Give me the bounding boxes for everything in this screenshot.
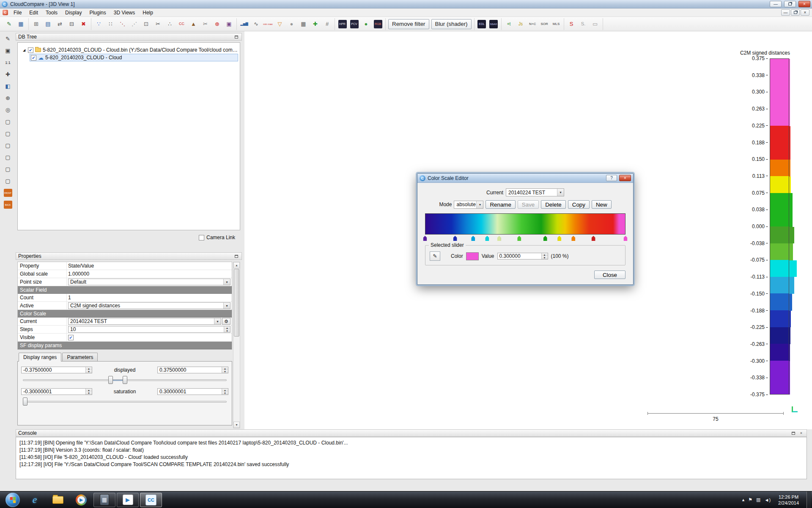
display-min-handle[interactable] <box>108 376 113 384</box>
current-scale-select[interactable]: 20140224 TEST ▾ <box>506 188 564 196</box>
merge-icon[interactable]: ▤ <box>42 19 54 30</box>
cloud-cloud-compare-icon[interactable]: CC <box>176 19 187 30</box>
menu-file[interactable]: File <box>10 9 25 17</box>
sf-add-icon[interactable]: ✚ <box>310 19 321 30</box>
dialog-title-bar[interactable]: C Color Scale Editor ? × <box>417 174 633 183</box>
pcv-plugin-icon[interactable]: PCV <box>348 19 360 30</box>
taskbar-wmp-button[interactable]: ▶ <box>70 493 92 507</box>
tab-display-ranges[interactable]: Display ranges <box>19 353 61 362</box>
spinner-arrows[interactable]: ▲▼ <box>222 389 228 395</box>
spinner-arrows[interactable]: ▲▼ <box>541 253 548 259</box>
ssao-plugin-icon[interactable]: SSAO <box>488 19 499 30</box>
dialog-help-button[interactable]: ? <box>606 175 617 181</box>
plugin-nc-icon[interactable]: N+C <box>527 19 538 30</box>
gradient-slider-handle[interactable] <box>592 236 595 241</box>
mdi-close-button[interactable]: × <box>801 9 809 16</box>
visible-checkbox[interactable] <box>68 335 74 340</box>
normals-icon[interactable]: ⋰ <box>129 19 140 30</box>
new-button[interactable]: New <box>592 200 612 209</box>
octree-icon[interactable]: ∷ <box>105 19 116 30</box>
plugin-sor-icon[interactable]: SOR <box>539 19 550 30</box>
selected-color-swatch[interactable] <box>466 252 479 260</box>
primitive-cone-icon[interactable]: ▲ <box>188 19 199 30</box>
point-size-combo[interactable]: Default ▾ <box>68 279 230 285</box>
sf-matrix-icon[interactable]: ▦ <box>298 19 309 30</box>
gradient-slider-handle[interactable] <box>517 236 521 241</box>
spin-up-icon[interactable]: ▲ <box>541 253 548 256</box>
db-tree-float-button[interactable] <box>233 34 239 40</box>
pivot-icon[interactable]: ⊕ <box>3 93 14 103</box>
edl-plugin-icon[interactable]: EDL <box>476 19 488 30</box>
menu-plugins[interactable]: Plugins <box>85 9 110 17</box>
render-to-file-icon[interactable]: ▣ <box>3 46 14 55</box>
gradient-bar[interactable] <box>425 213 625 235</box>
menu-help[interactable]: Help <box>139 9 157 17</box>
spin-down-icon[interactable]: ▼ <box>85 370 92 373</box>
view-left-icon[interactable]: ▢ <box>3 141 14 150</box>
gradient-slider-handle[interactable] <box>624 236 628 241</box>
properties-scrollbar[interactable]: ▲ ▼ <box>233 262 240 428</box>
copy-button[interactable]: Copy <box>568 200 590 209</box>
spinner-arrows[interactable]: ▲▼ <box>224 326 230 332</box>
taskbar-calculator-button[interactable]: ▦ <box>93 493 115 507</box>
sf-histogram-icon[interactable]: ▂▅▇ <box>239 19 250 30</box>
view-top-icon[interactable]: ▢ <box>3 117 14 127</box>
menu-edit[interactable]: Edit <box>25 9 42 17</box>
pick-point-icon[interactable]: ✎ <box>3 34 14 44</box>
display-range-slider[interactable] <box>22 376 228 384</box>
cross-section-icon[interactable]: ✂ <box>152 19 164 30</box>
tray-network-icon[interactable]: ▥ <box>756 497 760 502</box>
zoom-icon[interactable]: ◎ <box>3 105 14 115</box>
clipping-box-icon[interactable]: ⊡ <box>140 19 152 30</box>
registration-icon[interactable]: ⊕ <box>211 19 223 30</box>
spin-up-icon[interactable]: ▲ <box>222 389 228 392</box>
gradient-slider-handle[interactable] <box>497 236 501 241</box>
saturation-handle[interactable] <box>23 398 27 406</box>
taskbar-labview-button[interactable]: ▶ <box>117 493 139 507</box>
remove-filter-button[interactable]: Remove filter <box>388 19 429 29</box>
tab-parameters[interactable]: Parameters <box>62 353 98 361</box>
cloud-visibility-checkbox[interactable] <box>31 55 36 61</box>
sf-filter-icon[interactable]: ▽ <box>274 19 285 30</box>
spin-up-icon[interactable]: ▲ <box>222 367 228 370</box>
expander-icon[interactable]: ◢ <box>22 48 26 52</box>
tree-cloud-row[interactable]: ☁ 5-820_20140203_CLOUD - Cloud <box>30 54 238 61</box>
properties-float-button[interactable] <box>233 254 239 259</box>
gradient-slider-handle[interactable] <box>485 236 489 241</box>
plugin-s2-icon[interactable]: S. <box>578 19 589 30</box>
display-max-handle[interactable] <box>123 376 127 384</box>
scissors-icon[interactable]: ✂ <box>200 19 211 30</box>
menu-3d-views[interactable]: 3D Views <box>110 9 139 17</box>
spin-up-icon[interactable]: ▲ <box>85 367 92 370</box>
display-max-spinbox[interactable]: 0.37500000 ▲▼ <box>157 367 228 373</box>
qpcv-sphere-icon[interactable]: ● <box>360 19 372 30</box>
view-front-icon[interactable]: ▢ <box>3 129 14 138</box>
tray-flag-icon[interactable]: ⚑ <box>748 497 752 502</box>
scrollbar-thumb[interactable] <box>234 269 239 337</box>
gradient-slider-handle[interactable] <box>557 236 561 241</box>
steps-spinbox[interactable]: 10 ▲▼ <box>68 326 230 333</box>
sf-minmax-icon[interactable]: min max <box>262 19 274 30</box>
spin-down-icon[interactable]: ▼ <box>85 392 92 395</box>
slider-value-spinbox[interactable]: 0.300000 ▲▼ <box>497 253 548 260</box>
gradient-slider-handle[interactable] <box>543 236 547 241</box>
save-icon[interactable]: ▦ <box>15 19 27 30</box>
tray-volume-icon[interactable]: ◄) <box>765 497 771 502</box>
zoom-1-1-icon[interactable]: 1:1 <box>3 58 14 67</box>
spinner-arrows[interactable]: ▲▼ <box>222 367 228 373</box>
sf-gradient-icon[interactable]: ∿ <box>250 19 262 30</box>
subsample-icon[interactable]: ∵ <box>93 19 104 30</box>
blur-shader-button[interactable]: Blur (shader) <box>431 19 472 29</box>
rename-button[interactable]: Rename <box>486 200 515 209</box>
spin-up-icon[interactable]: ▲ <box>85 389 92 392</box>
close-button[interactable]: × <box>798 1 810 7</box>
spin-down-icon[interactable]: ▼ <box>224 329 230 332</box>
sf-calculator-icon[interactable]: # <box>321 19 333 30</box>
gradient-slider-handle[interactable] <box>453 236 457 241</box>
delete-icon[interactable]: ✖ <box>78 19 89 30</box>
global-zoom-icon[interactable]: ✚ <box>3 69 14 79</box>
view-right-icon[interactable]: ▢ <box>3 152 14 162</box>
color-scale-editor-button[interactable]: ⚙ <box>222 318 230 325</box>
plugin-js-icon[interactable]: Js <box>515 19 527 30</box>
spinner-arrows[interactable]: ▲▼ <box>85 367 92 373</box>
